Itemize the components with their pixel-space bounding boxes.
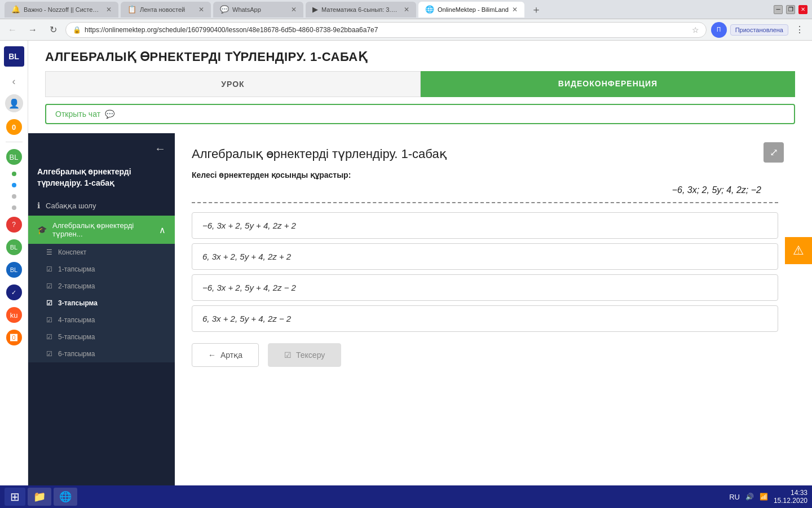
taskbar: ⊞ 📁 🌐 RU 🔊 📶 14:33 15.12.2020 — [0, 485, 812, 508]
fullscreen-button[interactable]: ⤢ — [764, 142, 784, 163]
app-container: BL ‹ 👤 0 BL ? BL BL ✓ ku 🅾 АЛГЕБРАЛЫҚ ӨР… — [0, 41, 812, 508]
expand-icon: ∧ — [159, 225, 166, 235]
nav-sub-task3[interactable]: ☑ 3-тапсырма — [28, 295, 175, 312]
lesson-tabs: УРОК ВИДЕОКОНФЕРЕНЦИЯ — [45, 71, 795, 97]
back-button[interactable]: ← — [5, 22, 20, 38]
answer-option-1[interactable]: −6, 3x + 2, 5y + 4, 2z + 2 — [192, 212, 778, 239]
back-arrow-icon: ← — [155, 142, 166, 155]
task5-icon: ☑ — [46, 333, 52, 341]
notification-badge[interactable]: 0 — [6, 119, 22, 135]
navigation-buttons: ← Артқа ☑ Тексеру — [192, 343, 778, 367]
tab-onlinemektep-close[interactable]: ✕ — [512, 6, 518, 14]
dot-gray-1 — [12, 194, 16, 199]
taskbar-volume-icon: 🔊 — [745, 493, 754, 501]
lesson-heading: Алгебралық өрнектерді түрлендіру. 1-саба… — [192, 147, 778, 161]
bookmark-icon[interactable]: ☆ — [692, 25, 699, 34]
taskbar-datetime: 14:33 15.12.2020 — [774, 489, 807, 505]
info-icon: ℹ — [37, 201, 40, 210]
open-chat-button[interactable]: Открыть чат 💬 — [45, 104, 795, 124]
nav-section-title: Алгебралық өрнектерді түрлендіру. 1-саба… — [28, 162, 175, 195]
back-arrow: ← — [208, 351, 216, 360]
avatar-icon[interactable]: 👤 — [5, 94, 23, 112]
answer-option-3[interactable]: −6, 3x + 2, 5y + 4, 2z − 2 — [192, 274, 778, 301]
nav-sub-task1[interactable]: ☑ 1-тапсырма — [28, 261, 175, 278]
lock-icon: 🔒 — [73, 26, 81, 34]
taskbar-language: RU — [729, 493, 740, 501]
left-rail: BL ‹ 👤 0 BL ? BL BL ✓ ku 🅾 — [0, 41, 28, 508]
tab-newsfeed[interactable]: 📋 Лента новостей ✕ — [121, 2, 211, 17]
tab-onlinemektep[interactable]: 🌐 OnlineMektep - BilimLand ✕ — [418, 2, 524, 17]
start-button[interactable]: ⊞ — [5, 488, 25, 506]
tab-whatsapp-close[interactable]: ✕ — [291, 6, 297, 14]
tab-onlinemektep-icon: 🌐 — [425, 5, 434, 14]
tab-whatsapp[interactable]: 💬 WhatsApp ✕ — [213, 2, 303, 17]
mortarboard-icon: 🎓 — [37, 225, 47, 234]
nav-sub-task4[interactable]: ☑ 4-тапсырма — [28, 312, 175, 329]
task2-icon: ☑ — [46, 282, 52, 290]
rail-icon-checkmark[interactable]: ✓ — [6, 284, 22, 300]
answer-option-2[interactable]: 6, 3x + 2, 5y + 4, 2z + 2 — [192, 243, 778, 270]
tab-nozzoff-close[interactable]: ✕ — [106, 6, 112, 14]
rail-icon-red[interactable]: ? — [6, 217, 22, 233]
taskbar-files-button[interactable]: 📁 — [28, 488, 51, 506]
toolbar-right: П Приостановлена ⋮ — [711, 22, 807, 38]
main-content: АЛГЕБРАЛЫҚ ӨРНЕКТЕРДІ ТҮРЛЕНДІРУ. 1-САБА… — [28, 41, 812, 508]
taskbar-chrome-button[interactable]: 🌐 — [54, 488, 77, 506]
window-controls: ─ ❐ ✕ — [774, 5, 807, 14]
check-icon: ☑ — [284, 351, 292, 360]
tab-lesson[interactable]: УРОК — [45, 71, 421, 97]
nav-sub-task6[interactable]: ☑ 6-тапсырма — [28, 345, 175, 362]
tab-videoconference[interactable]: ВИДЕОКОНФЕРЕНЦИЯ — [421, 71, 795, 97]
check-button[interactable]: ☑ Тексеру — [268, 343, 341, 367]
tab-whatsapp-icon: 💬 — [220, 5, 229, 14]
menu-button[interactable]: ⋮ — [792, 22, 807, 38]
nav-item-overview[interactable]: ℹ Сабаққа шолу — [28, 195, 175, 216]
lesson-content: ⤢ Алгебралық өрнектерді түрлендіру. 1-са… — [175, 133, 795, 508]
answer-option-4[interactable]: 6, 3x + 2, 5y + 4, 2z − 2 — [192, 305, 778, 332]
taskbar-network-icon: 📶 — [760, 493, 768, 501]
warning-icon: ⚠ — [793, 243, 804, 258]
tab-math-close[interactable]: ✕ — [404, 6, 409, 14]
nav-sub-konspekt[interactable]: ☰ Конспект — [28, 244, 175, 261]
tab-newsfeed-icon: 📋 — [127, 5, 136, 14]
collapse-button[interactable]: ‹ — [12, 76, 16, 87]
nav-back-button[interactable]: ← — [28, 142, 175, 162]
nav-item-section[interactable]: 🎓 Алгебралық өрнектерді түрлен... ∧ — [28, 216, 175, 244]
tab-nozzoff-icon: 🔔 — [11, 5, 20, 14]
question-label: Келесі өрнектерден қосынды құрастыр: — [192, 170, 778, 179]
task6-icon: ☑ — [46, 350, 52, 358]
nav-sidebar: ← Алгебралық өрнектерді түрлендіру. 1-са… — [28, 133, 175, 508]
dot-gray-2 — [12, 205, 16, 210]
browser-toolbar: ← → ↻ 🔒 https://onlinemektep.org/schedul… — [0, 19, 812, 41]
tab-newsfeed-close[interactable]: ✕ — [198, 6, 204, 14]
rail-icon-blue[interactable]: BL — [6, 262, 22, 278]
restore-button[interactable]: ❐ — [786, 5, 795, 14]
rail-icon-bilimland[interactable]: BL — [6, 239, 22, 255]
back-nav-button[interactable]: ← Артқа — [192, 343, 259, 367]
rail-icon-orange[interactable]: 🅾 — [6, 330, 22, 345]
refresh-button[interactable]: ↻ — [45, 22, 61, 38]
close-button[interactable]: ✕ — [798, 5, 807, 14]
taskbar-right: RU 🔊 📶 14:33 15.12.2020 — [729, 489, 807, 505]
profile-button[interactable]: П — [711, 22, 727, 38]
tab-math[interactable]: ▶ Математика 6-сынып: 3.1. Алге... ✕ — [306, 2, 416, 17]
new-tab-button[interactable]: ＋ — [531, 3, 541, 16]
nav-sub-task2[interactable]: ☑ 2-тапсырма — [28, 278, 175, 295]
forward-button[interactable]: → — [25, 22, 41, 38]
rail-icon-green[interactable]: BL — [6, 149, 22, 165]
paused-button[interactable]: Приостановлена — [730, 24, 788, 36]
rail-divider — [6, 142, 23, 142]
konspekt-icon: ☰ — [46, 248, 52, 256]
warning-button[interactable]: ⚠ — [785, 237, 812, 264]
nav-sub-task5[interactable]: ☑ 5-тапсырма — [28, 329, 175, 345]
rail-icon-ku[interactable]: ku — [6, 307, 22, 323]
content-columns: ← Алгебралық өрнектерді түрлендіру. 1-са… — [28, 133, 795, 508]
dot-blue — [12, 183, 16, 187]
tab-nozzoff[interactable]: 🔔 Важно - Nozzoff || Система по... ✕ — [5, 2, 118, 17]
address-bar[interactable]: 🔒 https://onlinemektep.org/schedule/1607… — [65, 22, 707, 38]
minimize-button[interactable]: ─ — [774, 5, 783, 14]
chat-icon: 💬 — [105, 110, 114, 119]
task4-icon: ☑ — [46, 316, 52, 324]
logo[interactable]: BL — [4, 46, 24, 67]
browser-titlebar: 🔔 Важно - Nozzoff || Система по... ✕ 📋 Л… — [0, 0, 812, 19]
